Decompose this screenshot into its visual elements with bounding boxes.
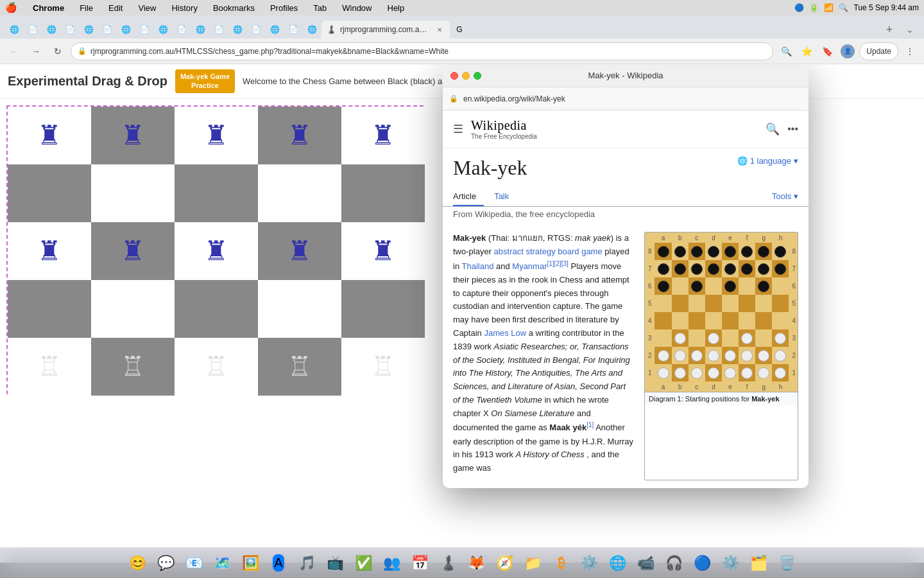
- wiki-tools-button[interactable]: Tools ▾: [772, 188, 798, 206]
- wiki-hamburger-menu[interactable]: ☰: [453, 122, 463, 136]
- new-tab-button[interactable]: +: [880, 21, 898, 39]
- browser-tab-11[interactable]: 🌐: [191, 21, 209, 39]
- chess-cell[interactable]: ♜: [258, 107, 341, 164]
- extensions-icon[interactable]: ⭐: [798, 42, 816, 60]
- menu-profiles[interactable]: Profiles: [268, 2, 300, 14]
- dock-spotify[interactable]: 🎧: [661, 550, 687, 576]
- mak-board-cell[interactable]: [689, 277, 705, 295]
- chess-cell[interactable]: ♜: [175, 107, 258, 164]
- mak-board-cell[interactable]: [672, 312, 689, 329]
- chess-cell[interactable]: ♜: [258, 222, 341, 280]
- chess-cell[interactable]: [8, 280, 91, 338]
- mak-board-cell[interactable]: [722, 243, 739, 260]
- chess-cell[interactable]: [341, 280, 425, 338]
- dock-photos[interactable]: 🖼️: [237, 550, 263, 576]
- mak-board-cell[interactable]: [772, 260, 789, 277]
- wiki-link-abstract-strategy[interactable]: abstract strategy board game: [494, 247, 603, 256]
- dock-contacts[interactable]: 👥: [379, 550, 404, 576]
- menu-dots-button[interactable]: ⋮: [901, 42, 919, 60]
- browser-tab-active[interactable]: ♟️ rjmprogramming.com.au - Chess Game ✕: [321, 21, 450, 39]
- mak-board-cell[interactable]: [772, 243, 789, 260]
- chess-cell[interactable]: [341, 164, 425, 222]
- bookmarks-icon[interactable]: 🔖: [818, 42, 836, 60]
- wiki-content[interactable]: ☰ Wikipedia The Free Encyclopedia 🔍 ••• …: [443, 110, 809, 488]
- dock-finder2[interactable]: 🗂️: [746, 550, 771, 576]
- dock-appstore[interactable]: A: [266, 550, 291, 576]
- browser-tab-3[interactable]: 🌐: [42, 21, 60, 39]
- chess-cell[interactable]: [91, 164, 175, 222]
- mak-board-cell[interactable]: [755, 243, 772, 260]
- wiki-search-icon[interactable]: 🔍: [766, 122, 780, 136]
- browser-tab-16[interactable]: 📄: [284, 21, 302, 39]
- mak-board-cell[interactable]: [705, 260, 722, 277]
- browser-tab-9[interactable]: 🌐: [154, 21, 172, 39]
- dock-zoom[interactable]: 📹: [633, 550, 658, 576]
- mak-board-cell[interactable]: [755, 295, 772, 312]
- dock-chess[interactable]: ♟️: [435, 550, 461, 576]
- wiki-link-james-low[interactable]: James Low: [484, 328, 526, 338]
- mak-board-cell[interactable]: [772, 312, 789, 329]
- dock-maps[interactable]: 🗺️: [209, 550, 235, 576]
- minimize-traffic-light[interactable]: [462, 72, 470, 80]
- dock-music[interactable]: 🎵: [294, 550, 320, 576]
- mak-board-cell[interactable]: [654, 295, 671, 312]
- wiki-more-icon[interactable]: •••: [787, 123, 798, 135]
- mak-board-cell[interactable]: [739, 312, 755, 329]
- dock-safari[interactable]: 🧭: [492, 550, 517, 576]
- dock-bitcoin[interactable]: ₿: [548, 550, 574, 576]
- mak-board-cell[interactable]: [689, 364, 705, 381]
- dock-system-prefs[interactable]: ⚙️: [717, 550, 743, 576]
- chess-cell[interactable]: ♜: [91, 222, 175, 280]
- mak-board-cell[interactable]: [705, 329, 722, 347]
- wiki-link-myanmar[interactable]: Myanmar: [512, 261, 547, 271]
- mak-board-cell[interactable]: [672, 347, 689, 364]
- dock-reminders[interactable]: ✅: [350, 550, 376, 576]
- chess-cell[interactable]: ♖: [258, 338, 341, 396]
- dock-mail[interactable]: 📧: [181, 550, 207, 576]
- browser-tab-5[interactable]: 🌐: [80, 21, 98, 39]
- mak-board-cell[interactable]: [654, 260, 671, 277]
- mak-board-cell[interactable]: [722, 295, 739, 312]
- mak-board-cell[interactable]: [739, 364, 755, 381]
- chess-cell[interactable]: [91, 280, 175, 338]
- menu-bookmarks[interactable]: Bookmarks: [210, 2, 257, 14]
- chess-cell[interactable]: [8, 164, 91, 222]
- chess-cell[interactable]: ♜: [175, 222, 258, 280]
- menu-history[interactable]: History: [169, 2, 200, 14]
- mak-board-cell[interactable]: [755, 277, 772, 295]
- browser-tab-7[interactable]: 🌐: [117, 21, 135, 39]
- browser-tab-6[interactable]: 📄: [98, 21, 116, 39]
- mak-board-cell[interactable]: [772, 347, 789, 364]
- mak-board-cell[interactable]: [705, 347, 722, 364]
- menu-view[interactable]: View: [135, 2, 158, 14]
- menu-window[interactable]: Window: [339, 2, 374, 14]
- mak-board-cell[interactable]: [722, 277, 739, 295]
- close-traffic-light[interactable]: [450, 72, 458, 80]
- mak-board-cell[interactable]: [672, 243, 689, 260]
- browser-tab-1[interactable]: 🌐: [5, 21, 23, 39]
- apple-menu[interactable]: 🍎: [5, 2, 17, 13]
- mak-board-cell[interactable]: [739, 329, 755, 347]
- forward-button[interactable]: →: [27, 42, 45, 60]
- browser-tab-8[interactable]: 📄: [135, 21, 153, 39]
- search-icon[interactable]: 🔍: [839, 3, 848, 12]
- mak-board-cell[interactable]: [755, 329, 772, 347]
- mak-board-cell[interactable]: [739, 260, 755, 277]
- dock-trash[interactable]: 🗑️: [774, 550, 800, 576]
- mak-board-cell[interactable]: [654, 329, 671, 347]
- mak-board-cell[interactable]: [755, 347, 772, 364]
- browser-tab-14[interactable]: 📄: [247, 21, 265, 39]
- mak-board-cell[interactable]: [705, 277, 722, 295]
- tab-close-button[interactable]: ✕: [434, 24, 445, 35]
- profile-button[interactable]: 👤: [839, 42, 857, 60]
- chess-cell[interactable]: ♖: [341, 338, 425, 396]
- menu-tab[interactable]: Tab: [311, 2, 329, 14]
- chess-cell[interactable]: ♜: [91, 107, 175, 164]
- mak-board-cell[interactable]: [739, 243, 755, 260]
- mak-board-cell[interactable]: [772, 364, 789, 381]
- browser-tab-17[interactable]: 🌐: [303, 21, 321, 39]
- bookmark-icon[interactable]: 🔍: [777, 42, 795, 60]
- browser-tab-13[interactable]: 🌐: [228, 21, 246, 39]
- mak-board-cell[interactable]: [689, 260, 705, 277]
- mak-board-cell[interactable]: [722, 312, 739, 329]
